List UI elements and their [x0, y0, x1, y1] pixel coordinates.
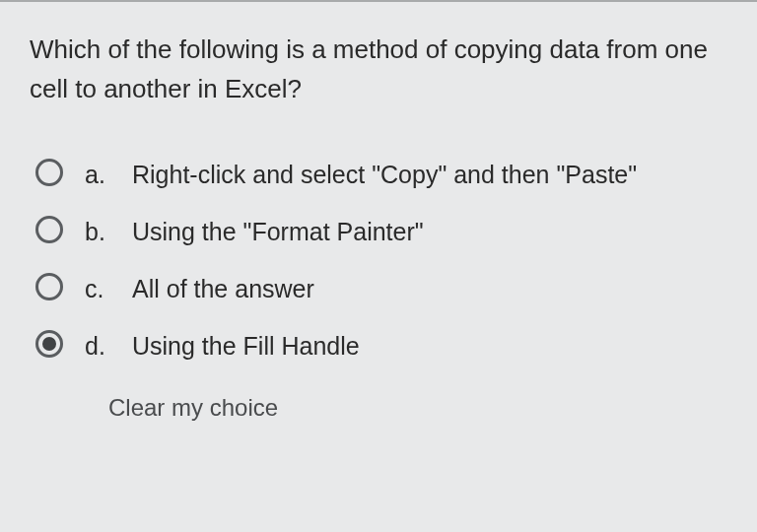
clear-choice-link[interactable]: Clear my choice	[108, 394, 727, 422]
option-letter: a.	[85, 157, 108, 192]
option-text: Using the Fill Handle	[132, 328, 360, 364]
option-b[interactable]: b. Using the "Format Painter"	[35, 214, 727, 249]
option-letter: d.	[85, 328, 108, 364]
radio-b[interactable]	[35, 216, 63, 243]
option-letter: c.	[85, 271, 108, 306]
option-a[interactable]: a. Right-click and select "Copy" and the…	[35, 157, 727, 192]
option-letter: b.	[85, 214, 108, 249]
option-text: Using the "Format Painter"	[132, 214, 424, 249]
option-text: All of the answer	[132, 271, 314, 306]
radio-c[interactable]	[35, 273, 63, 300]
question-text: Which of the following is a method of co…	[30, 30, 727, 109]
radio-a[interactable]	[35, 159, 63, 186]
option-d[interactable]: d. Using the Fill Handle	[35, 328, 727, 364]
radio-d[interactable]	[35, 330, 63, 358]
quiz-question: Which of the following is a method of co…	[0, 0, 757, 422]
options-list: a. Right-click and select "Copy" and the…	[30, 157, 727, 365]
option-text: Right-click and select "Copy" and then "…	[132, 157, 637, 192]
option-c[interactable]: c. All of the answer	[35, 271, 727, 306]
